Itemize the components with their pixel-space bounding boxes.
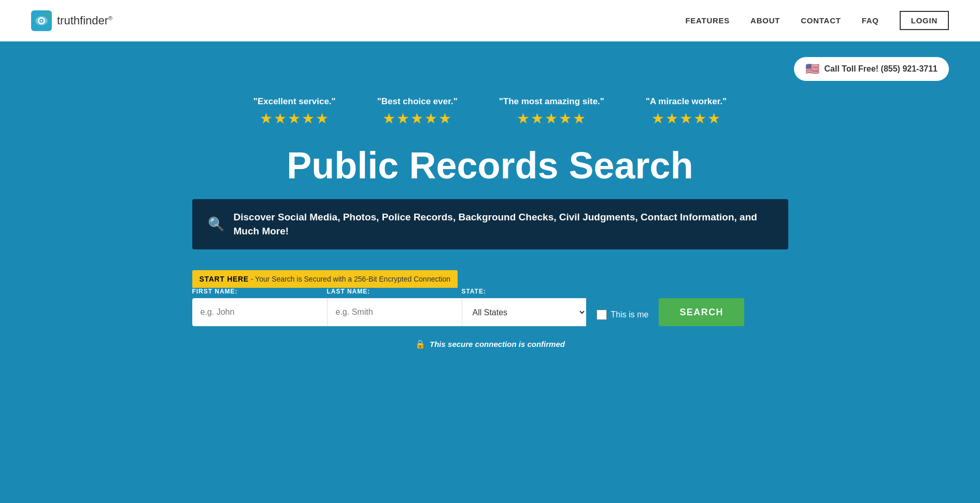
lock-icon: 🔒	[415, 339, 425, 349]
first-name-label: FIRST NAME:	[192, 288, 327, 295]
main-nav: FEATURES ABOUT CONTACT FAQ LOGIN	[685, 11, 949, 30]
last-name-label: LAST NAME:	[327, 288, 462, 295]
logo-text: truthfinder®	[57, 14, 112, 27]
nav-about[interactable]: ABOUT	[750, 16, 780, 25]
subtext-banner: 🔍 Discover Social Media, Photos, Police …	[192, 199, 788, 249]
last-name-input[interactable]	[327, 298, 462, 326]
review-quote-1: "Excellent service."	[253, 96, 336, 107]
first-name-group: FIRST NAME:	[192, 288, 327, 326]
nav-features[interactable]: FEATURES	[685, 16, 730, 25]
search-form-area: START HERE - Your Search is Secured with…	[192, 270, 788, 326]
call-button[interactable]: 🇺🇸 Call Toll Free! (855) 921-3711	[794, 57, 949, 81]
login-button[interactable]: LOGIN	[900, 11, 949, 30]
review-4: "A miracle worker." ★★★★★	[646, 96, 727, 127]
nav-faq[interactable]: FAQ	[862, 16, 879, 25]
state-group: STATE: All States AlabamaAlaskaArizona A…	[462, 288, 586, 326]
review-3: "The most amazing site." ★★★★★	[499, 96, 604, 127]
start-here-container: START HERE - Your Search is Secured with…	[192, 270, 788, 288]
logo-icon	[31, 10, 52, 31]
start-here-bold: START HERE	[200, 275, 249, 283]
search-button[interactable]: SEARCH	[659, 298, 744, 326]
review-stars-1: ★★★★★	[253, 110, 336, 127]
review-2: "Best choice ever." ★★★★★	[377, 96, 458, 127]
call-btn-area: 🇺🇸 Call Toll Free! (855) 921-3711	[31, 57, 949, 81]
start-here-badge-wrap: START HERE - Your Search is Secured with…	[192, 270, 458, 288]
state-select[interactable]: All States AlabamaAlaskaArizona Arkansas…	[462, 298, 586, 326]
review-1: "Excellent service." ★★★★★	[253, 96, 336, 127]
main-heading: Public Records Search	[31, 145, 949, 186]
secure-line: 🔒 This secure connection is confirmed	[31, 339, 949, 349]
first-name-input[interactable]	[192, 298, 327, 326]
nav-contact[interactable]: CONTACT	[801, 16, 841, 25]
review-quote-2: "Best choice ever."	[377, 96, 458, 107]
search-icon-banner: 🔍	[208, 216, 224, 232]
svg-point-4	[40, 20, 42, 22]
start-here-rest: - Your Search is Secured with a 256-Bit …	[249, 275, 450, 283]
review-stars-3: ★★★★★	[499, 110, 604, 127]
hero-section: 🇺🇸 Call Toll Free! (855) 921-3711 "Excel…	[0, 41, 980, 503]
this-is-me-label: This is me	[611, 310, 649, 319]
call-button-text: Call Toll Free! (855) 921-3711	[825, 64, 938, 74]
review-quote-3: "The most amazing site."	[499, 96, 604, 107]
secure-text: This secure connection is confirmed	[430, 340, 565, 348]
state-label: STATE:	[462, 288, 586, 295]
header: truthfinder® FEATURES ABOUT CONTACT FAQ …	[0, 0, 980, 41]
form-container: FIRST NAME: LAST NAME: STATE: All States…	[192, 288, 788, 326]
logo[interactable]: truthfinder®	[31, 10, 112, 31]
subtext-text: Discover Social Media, Photos, Police Re…	[234, 211, 773, 238]
review-stars-2: ★★★★★	[377, 110, 458, 127]
last-name-group: LAST NAME:	[327, 288, 462, 326]
this-is-me-wrap: This is me	[596, 310, 649, 320]
reviews-section: "Excellent service." ★★★★★ "Best choice …	[31, 96, 949, 127]
review-stars-4: ★★★★★	[646, 110, 727, 127]
this-is-me-checkbox[interactable]	[596, 310, 607, 320]
us-flag-icon: 🇺🇸	[805, 62, 819, 76]
review-quote-4: "A miracle worker."	[646, 96, 727, 107]
